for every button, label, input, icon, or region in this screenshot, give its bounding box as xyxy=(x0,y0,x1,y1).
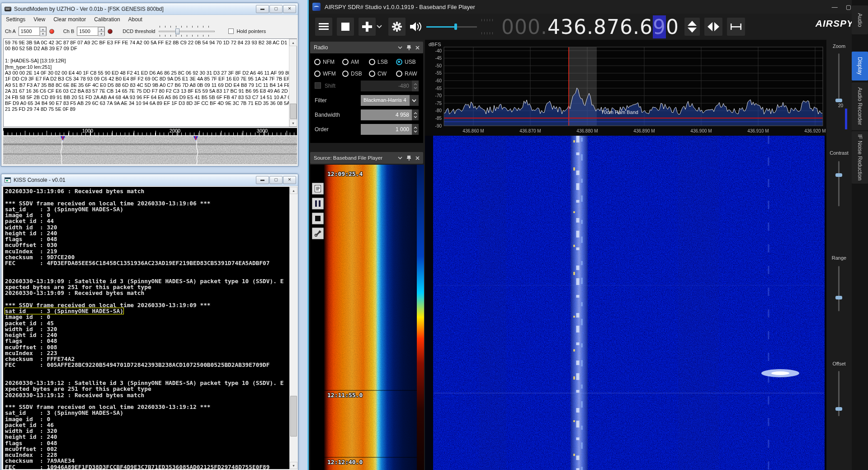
scroll-down-icon[interactable]: ▼ xyxy=(290,462,297,469)
source-panel-header[interactable]: Source: Baseband File Player xyxy=(310,152,423,164)
side-tab-if-noise-reduction[interactable]: IF Noise Reduction xyxy=(852,131,868,184)
spin-up-icon[interactable]: ▲ xyxy=(98,27,104,32)
radio-button-icon[interactable] xyxy=(342,59,349,65)
close-button[interactable]: ✕ xyxy=(283,5,296,13)
add-panel-button[interactable] xyxy=(359,18,376,36)
shift-checkbox[interactable] xyxy=(315,82,321,89)
order-input[interactable]: 1 000 xyxy=(361,124,419,135)
zoom-slider[interactable] xyxy=(838,53,840,99)
tone-marker-icon[interactable] xyxy=(61,136,65,141)
spin-down-icon[interactable] xyxy=(414,130,417,133)
slider-thumb[interactable] xyxy=(454,24,457,30)
spin-down-icon[interactable]: ▼ xyxy=(98,32,104,36)
spin-up-icon[interactable]: ▲ xyxy=(40,27,46,32)
filter-dropdown[interactable]: Blackman-Harris 4 xyxy=(361,95,419,106)
close-icon[interactable] xyxy=(415,46,420,50)
frequency-step-updown-button[interactable] xyxy=(684,18,700,36)
radio-button-icon[interactable] xyxy=(369,59,375,65)
radio-button-icon[interactable] xyxy=(314,59,321,65)
mode-radio-lsb[interactable]: LSB xyxy=(369,59,388,65)
player-config-button[interactable] xyxy=(312,228,324,239)
menu-item-calibration[interactable]: Calibration xyxy=(94,16,120,23)
stop-button[interactable] xyxy=(337,18,354,36)
hold-pointers-checkbox[interactable] xyxy=(228,28,234,34)
radio-button-icon[interactable] xyxy=(342,71,349,77)
menu-item-clear-monitor[interactable]: Clear monitor xyxy=(53,16,86,23)
slider-thumb[interactable] xyxy=(835,296,842,299)
offset-slider[interactable] xyxy=(838,371,840,416)
spin-up-icon[interactable] xyxy=(414,112,417,114)
scroll-down-icon[interactable]: ▼ xyxy=(289,119,297,127)
close-button[interactable]: ✕ xyxy=(283,176,296,184)
mode-radio-raw[interactable]: RAW xyxy=(396,71,417,77)
range-slider[interactable] xyxy=(838,266,840,311)
spin-down-icon[interactable]: ▼ xyxy=(40,32,46,36)
console-scrollbar[interactable]: ▲ ▼ xyxy=(289,187,297,469)
report-button[interactable] xyxy=(312,183,324,195)
radio-button-icon[interactable] xyxy=(396,59,402,65)
volume-slider[interactable] xyxy=(426,24,477,30)
scrollbar-thumb[interactable] xyxy=(290,396,297,437)
collapse-chevron-icon[interactable] xyxy=(398,46,402,49)
frequency-cursor-digit[interactable]: 9 xyxy=(653,15,666,38)
soundmodem-titlebar[interactable]: SoundModem by UZ7HO - Ver 0.01b - [FSK G… xyxy=(1,3,298,15)
radio-button-icon[interactable] xyxy=(396,71,402,77)
close-icon[interactable] xyxy=(415,156,420,160)
ch-a-spinbox[interactable]: 1500 ▲▼ xyxy=(19,27,47,36)
contrast-slider[interactable] xyxy=(838,161,840,206)
baseband-waterfall[interactable]: 12:09:25.412:11:55.012:12:40.0 xyxy=(310,165,424,470)
pin-icon[interactable] xyxy=(407,156,411,161)
tone-marker-icon[interactable] xyxy=(193,136,198,141)
minimize-button[interactable]: ▬ xyxy=(256,5,269,13)
settings-button[interactable] xyxy=(388,18,406,36)
mode-radio-nfm[interactable]: NFM xyxy=(314,59,335,65)
menu-item-view[interactable]: View xyxy=(33,16,45,23)
ch-b-spinbox[interactable]: 1500 ▲▼ xyxy=(77,27,105,36)
main-waterfall[interactable] xyxy=(425,136,826,470)
soundmodem-waterfall[interactable] xyxy=(3,136,297,164)
maximize-button[interactable]: ▢ xyxy=(269,5,283,13)
shift-input[interactable]: -480 xyxy=(361,81,419,91)
minimize-button[interactable]: ▬ xyxy=(256,176,269,184)
pause-button[interactable] xyxy=(312,198,324,209)
mode-radio-am[interactable]: AM xyxy=(342,59,359,65)
spin-up-icon[interactable] xyxy=(414,83,417,85)
snap-step-button[interactable] xyxy=(727,18,745,36)
bandwidth-input[interactable]: 4 958 xyxy=(361,109,419,120)
menu-item-settings[interactable]: Settings xyxy=(6,16,25,23)
side-tab-display[interactable]: Display xyxy=(852,52,868,81)
spin-up-icon[interactable] xyxy=(414,127,417,129)
scrollbar-thumb[interactable] xyxy=(290,104,297,119)
minimize-button[interactable]: — xyxy=(832,4,838,10)
sdr-titlebar[interactable]: AIRSPY SDR# Studio v1.0.0.1919 - Baseban… xyxy=(309,0,868,14)
spin-down-icon[interactable] xyxy=(414,87,417,89)
menu-item-about[interactable]: About xyxy=(128,16,142,23)
mode-radio-dsb[interactable]: DSB xyxy=(342,71,362,77)
scroll-up-icon[interactable]: ▲ xyxy=(290,187,297,194)
scroll-up-icon[interactable]: ▲ xyxy=(289,39,297,46)
slider-thumb[interactable] xyxy=(835,407,842,411)
menu-button[interactable] xyxy=(315,18,332,36)
pin-icon[interactable] xyxy=(407,45,411,50)
collapse-chevron-icon[interactable] xyxy=(398,157,402,160)
slider-thumb[interactable] xyxy=(835,173,842,177)
monitor-scrollbar[interactable]: ▲ ▼ xyxy=(289,39,297,127)
dcd-threshold-slider[interactable] xyxy=(158,25,216,37)
slider-thumb[interactable] xyxy=(175,28,179,34)
maximize-button[interactable]: ▢ xyxy=(269,176,283,184)
radio-button-icon[interactable] xyxy=(314,71,321,77)
kiss-titlebar[interactable]: KISS Console - v0.01 ▬ ▢ ✕ xyxy=(1,174,298,186)
mode-radio-usb[interactable]: USB xyxy=(396,59,416,65)
slider-thumb[interactable] xyxy=(835,99,842,102)
chevron-down-icon[interactable] xyxy=(377,25,382,28)
radio-button-icon[interactable] xyxy=(369,71,375,77)
side-tab-audio[interactable]: Audio xyxy=(852,5,868,34)
maximize-button[interactable]: ▢ xyxy=(846,4,851,10)
frequency-display[interactable]: 000.436.876.690 xyxy=(501,15,679,38)
mode-radio-wfm[interactable]: WFM xyxy=(314,71,336,77)
speaker-icon[interactable] xyxy=(410,21,423,32)
radio-panel-header[interactable]: Radio xyxy=(310,42,423,53)
side-tab-audio-recorder[interactable]: Audio Recorder xyxy=(852,82,868,130)
spectrum-analyzer[interactable]: -40-45-50-55-60-65-70-75-80-85-90436.860… xyxy=(425,40,826,136)
mode-radio-cw[interactable]: CW xyxy=(369,71,387,77)
